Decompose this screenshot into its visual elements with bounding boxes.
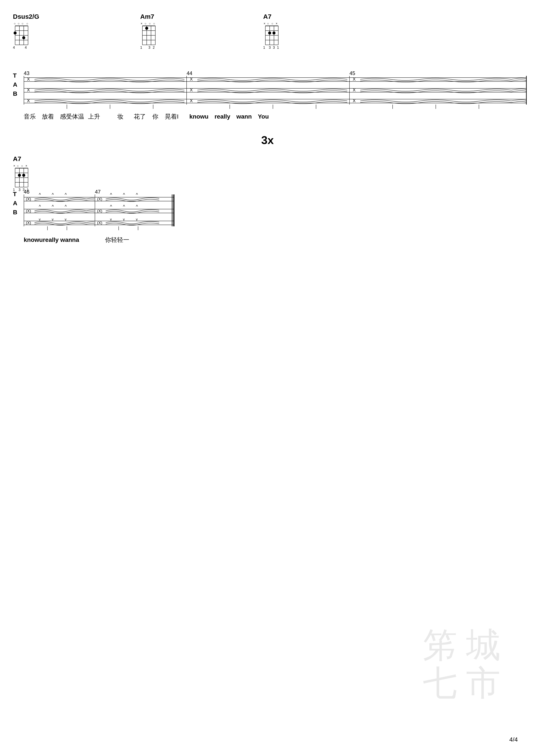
svg-text:^: ^: [39, 192, 41, 197]
repeat-text: 3x: [261, 134, 274, 147]
svg-text:1: 1: [277, 46, 279, 49]
svg-point-30: [145, 27, 148, 30]
lyric-ganshoutiwen: 感受体温: [60, 113, 84, 121]
lyric-yinyue: 音乐: [24, 113, 36, 121]
svg-point-94: [18, 174, 21, 177]
tab-letters-s1: T A B: [13, 71, 17, 98]
svg-point-95: [22, 174, 25, 177]
svg-text:^: ^: [136, 204, 138, 209]
watermark-line1: 笫 城: [423, 626, 500, 664]
lyric-fangzhe: 放着: [42, 113, 54, 121]
svg-text:^: ^: [123, 192, 125, 197]
tab-staff-svg-s1: 43 44 45: [24, 71, 528, 110]
lyrics-s2: knowureally wanna 你轻轻一: [24, 236, 522, 244]
svg-text:3: 3: [269, 46, 271, 49]
measure-43: 43: [24, 71, 30, 76]
svg-text:v: v: [123, 218, 125, 221]
lyric-huale: 花了: [134, 113, 146, 121]
section2: A7 × ○ ○ × 1 3 3 1: [13, 155, 522, 244]
page-number: 4/4: [509, 736, 518, 743]
tab-staff-s1: T A B 43 44 45: [13, 71, 522, 111]
svg-text:X: X: [190, 77, 193, 81]
svg-point-13: [14, 32, 16, 35]
tab-letters-s2: T A B: [13, 190, 17, 217]
svg-text:×: ×: [276, 22, 277, 25]
lyric-you: You: [258, 113, 269, 120]
svg-text:^: ^: [65, 192, 67, 197]
tab-staff-s2: T A B 46 47: [13, 190, 522, 244]
chord-diagram-a7-s2: × ○ ○ × 1 3 3 1: [13, 163, 37, 194]
svg-text:○: ○: [21, 164, 23, 168]
svg-text:v: v: [52, 218, 53, 221]
svg-text:X: X: [353, 98, 355, 103]
svg-text:○: ○: [21, 22, 23, 25]
tab-a: A: [13, 80, 17, 89]
svg-text:^: ^: [110, 192, 112, 197]
watermark-line2: 七 市: [423, 664, 500, 702]
svg-text:^: ^: [65, 204, 67, 209]
svg-text:v: v: [65, 218, 67, 221]
tab-t: T: [13, 71, 17, 80]
chord-a7-s1: A7 × ○ ○ ×: [263, 13, 287, 52]
svg-text:○: ○: [149, 22, 151, 25]
svg-text:3: 3: [149, 46, 150, 49]
lyric-really: really: [214, 113, 230, 120]
lyric-wann: wann: [237, 113, 252, 120]
svg-text:v: v: [136, 218, 138, 221]
svg-text:X: X: [190, 88, 193, 92]
svg-text:(X): (X): [97, 209, 102, 213]
svg-text:^: ^: [110, 204, 112, 209]
svg-text:X: X: [190, 98, 193, 103]
chord-name-a7-s2: A7: [13, 155, 37, 163]
lyric-zhuang: 妆: [117, 113, 124, 121]
chord-diagram-a7-s1: × ○ ○ ×: [263, 21, 287, 51]
svg-text:v: v: [39, 218, 41, 221]
svg-point-47: [268, 32, 271, 35]
svg-text:1: 1: [263, 46, 265, 49]
svg-text:×: ×: [141, 22, 142, 25]
svg-text:(X): (X): [97, 197, 102, 201]
repeat-marker: 3x: [0, 134, 535, 147]
svg-text:X: X: [27, 88, 30, 92]
lyric-s2-knowu: knowureally wanna: [24, 236, 79, 243]
chord-a7-s2: A7 × ○ ○ × 1 3 3 1: [13, 155, 37, 195]
chord-name-am7: Am7: [140, 13, 164, 20]
svg-text:×: ×: [25, 164, 27, 168]
svg-text:○: ○: [14, 22, 15, 25]
svg-text:^: ^: [123, 204, 125, 209]
svg-text:3: 3: [273, 46, 275, 49]
chord-diagram-am7: × ○ ○ ○ 1: [140, 21, 164, 51]
chord-am7: Am7 × ○ ○ ○: [140, 13, 164, 52]
lyric-shangsheng: 上升: [88, 113, 100, 121]
svg-text:(X): (X): [26, 221, 31, 225]
svg-text:4: 4: [25, 46, 27, 49]
svg-point-14: [22, 36, 25, 39]
lyrics-s1: 音乐 放着 感受体温 上升 妆 花了 你 晃着I knowu really wa…: [24, 113, 522, 121]
svg-text:46: 46: [24, 190, 30, 195]
svg-text:○: ○: [267, 22, 269, 25]
svg-text:v: v: [110, 218, 112, 221]
svg-text:1: 1: [140, 46, 142, 49]
measure-45: 45: [350, 71, 355, 76]
svg-text:X: X: [27, 77, 30, 81]
svg-text:(X): (X): [26, 209, 31, 213]
svg-text:^: ^: [52, 204, 54, 209]
watermark: 笫 城 七 市: [423, 626, 500, 702]
chord-dsus2g: Dsus2/G ○ ○ ○ ○: [13, 13, 39, 52]
svg-text:○: ○: [26, 22, 28, 25]
svg-text:^: ^: [39, 204, 41, 209]
svg-text:(X): (X): [26, 197, 31, 201]
lyric-knowu: knowu: [189, 113, 209, 120]
tab-staff-svg-s2: 46 47 (X): [24, 190, 175, 233]
svg-text:○: ○: [145, 22, 146, 25]
svg-text:X: X: [27, 98, 30, 103]
svg-text:^: ^: [52, 192, 54, 197]
svg-text:(X): (X): [97, 221, 102, 225]
svg-text:○: ○: [17, 164, 18, 168]
lyric-ni: 你: [152, 113, 158, 121]
svg-text:X: X: [353, 88, 355, 92]
tab-b: B: [13, 89, 17, 98]
svg-text:○: ○: [153, 22, 155, 25]
section1: Dsus2/G ○ ○ ○ ○: [13, 13, 522, 121]
lyric-s2-niqingqing: 你轻轻一: [105, 236, 129, 244]
